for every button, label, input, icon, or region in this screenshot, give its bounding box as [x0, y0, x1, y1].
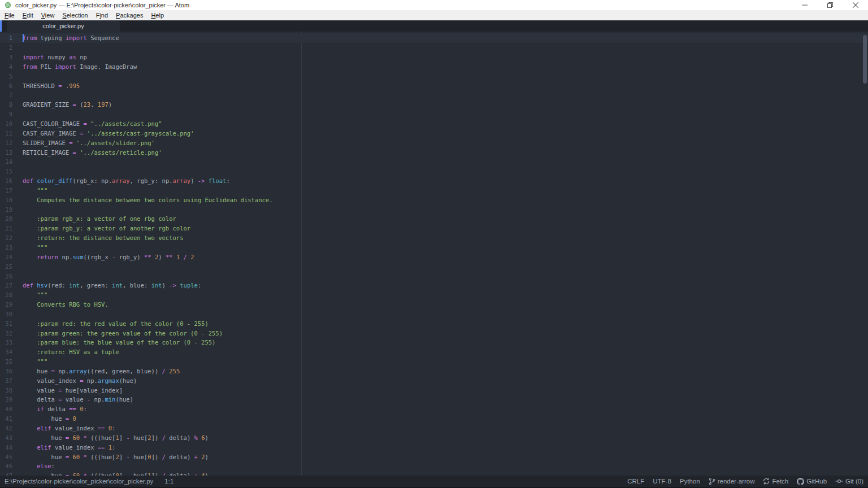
- menu-item-find[interactable]: Find: [92, 10, 112, 20]
- code-line[interactable]: 39 delta = value - np.min(hue): [0, 395, 868, 404]
- code-line[interactable]: 22 :return: the distance between two vec…: [0, 233, 868, 243]
- status-item-crlf[interactable]: CRLF: [627, 478, 644, 485]
- code-line[interactable]: 42 elif value_index == 0:: [0, 424, 868, 433]
- line-number: 6: [0, 82, 19, 89]
- line-number: 31: [0, 320, 19, 327]
- code-text: RETICLE_IMAGE = '../assets/reticle.png': [23, 149, 162, 156]
- code-text: :return: HSV as a tuple: [23, 348, 119, 355]
- code-line[interactable]: 15: [0, 167, 868, 176]
- line-number: 36: [0, 368, 19, 374]
- vertical-scrollbar-thumb[interactable]: [863, 35, 867, 84]
- menu-item-help[interactable]: Help: [147, 10, 168, 20]
- code-line[interactable]: 4from PIL import Image, ImageDraw: [0, 62, 868, 72]
- code-line[interactable]: 26: [0, 271, 868, 281]
- code-line[interactable]: 41 hue = 0: [0, 414, 868, 424]
- code-line[interactable]: 17 """: [0, 186, 868, 195]
- status-item-utf-8[interactable]: UTF-8: [653, 478, 671, 485]
- status-item-render-arrow[interactable]: render-arrow: [709, 478, 755, 485]
- line-number: 3: [0, 54, 19, 60]
- code-text: hue = np.array((red, green, blue)) / 255: [23, 368, 180, 374]
- code-line[interactable]: 21 :param rgb_y: a vector of another rgb…: [0, 224, 868, 233]
- code-line[interactable]: 19: [0, 204, 868, 214]
- line-number: 1: [0, 34, 19, 41]
- menu-item-file[interactable]: File: [1, 10, 19, 20]
- line-number: 9: [0, 111, 19, 117]
- code-text: CAST_GRAY_IMAGE = '../assets/cast-graysc…: [23, 130, 194, 137]
- cursor-position[interactable]: 1:1: [164, 478, 173, 485]
- menu-item-packages[interactable]: Packages: [112, 10, 147, 20]
- code-line[interactable]: 32 :param green: the green value of the …: [0, 328, 868, 338]
- code-line[interactable]: 2: [0, 43, 868, 53]
- code-line[interactable]: 30: [0, 309, 868, 319]
- code-line[interactable]: 46 else:: [0, 461, 868, 471]
- code-line[interactable]: 9: [0, 110, 868, 119]
- status-item-label: GitHub: [806, 478, 827, 485]
- line-number: 25: [0, 263, 19, 270]
- code-line[interactable]: 3import numpy as np: [0, 53, 868, 62]
- code-line[interactable]: 7: [0, 90, 868, 100]
- status-item-label: Python: [680, 478, 700, 485]
- git-branch-icon: [709, 478, 715, 485]
- status-item-github[interactable]: GitHub: [797, 478, 827, 485]
- code-line[interactable]: 12SLIDER_IMAGE = '../assets/slider.png': [0, 138, 868, 147]
- code-line[interactable]: 44 elif value_index == 1:: [0, 442, 868, 452]
- code-line[interactable]: 36 hue = np.array((red, green, blue)) / …: [0, 367, 868, 376]
- code-line[interactable]: 14: [0, 157, 868, 167]
- status-item-label: CRLF: [627, 478, 644, 485]
- code-line[interactable]: 34 :return: HSV as a tuple: [0, 347, 868, 357]
- code-line[interactable]: 6THRESHOLD = .995: [0, 81, 868, 90]
- code-text: """: [23, 187, 47, 194]
- line-number: 14: [0, 158, 19, 165]
- code-line[interactable]: 28 """: [0, 290, 868, 300]
- code-text: THRESHOLD = .995: [23, 82, 80, 89]
- code-line[interactable]: 1from typing import Sequence: [0, 33, 868, 43]
- line-number: 13: [0, 149, 19, 156]
- code-line[interactable]: 23 """: [0, 243, 868, 252]
- status-item-python[interactable]: Python: [680, 478, 700, 485]
- code-line[interactable]: 31 :param red: the red value of the colo…: [0, 319, 868, 328]
- code-text: :return: the distance between two vector…: [23, 234, 183, 241]
- code-line[interactable]: 29 Converts RBG to HSV.: [0, 300, 868, 310]
- code-line[interactable]: 24 return np.sum((rgb_x - rgb_y) ** 2) *…: [0, 252, 868, 262]
- menu-item-view[interactable]: View: [37, 10, 59, 20]
- editor-pane[interactable]: 1from typing import Sequence23import num…: [0, 32, 868, 476]
- code-line[interactable]: 10CAST_COLOR_IMAGE = "../assets/cast.png…: [0, 119, 868, 129]
- status-item-label: Git (0): [845, 478, 863, 485]
- code-line[interactable]: 47 hue = 60 * (((hue[0] - hue[1]) / delt…: [0, 471, 868, 476]
- code-line[interactable]: 20 :param rgb_x: a vector of one rbg col…: [0, 214, 868, 224]
- code-text: def color_diff(rgb_x: np.array, rgb_y: n…: [23, 177, 230, 184]
- tab-color-picker-py[interactable]: color_picker.py: [7, 20, 120, 32]
- status-item-git-0[interactable]: Git (0): [835, 478, 863, 485]
- code-line[interactable]: 35 """: [0, 357, 868, 367]
- status-item-fetch[interactable]: Fetch: [763, 478, 788, 485]
- code-line[interactable]: 27def hsv(red: int, green: int, blue: in…: [0, 281, 868, 290]
- titlebar: color_picker.py — E:\Projects\color-pick…: [0, 0, 868, 10]
- code-line[interactable]: 45 hue = 60 * (((hue[2] - hue[0]) / delt…: [0, 452, 868, 461]
- code-line[interactable]: 38 value = hue[value_index]: [0, 385, 868, 395]
- code-line[interactable]: 25: [0, 262, 868, 271]
- code-line[interactable]: 13RETICLE_IMAGE = '../assets/reticle.png…: [0, 147, 868, 157]
- menu-item-selection[interactable]: Selection: [58, 10, 92, 20]
- code-text: :param blue: the blue value of the color…: [23, 339, 215, 346]
- line-number: 17: [0, 187, 19, 194]
- menu-item-edit[interactable]: Edit: [19, 10, 37, 20]
- code-text: :param rgb_y: a vector of another rgb co…: [23, 225, 190, 232]
- code-line[interactable]: 5: [0, 71, 868, 81]
- line-number: 24: [0, 254, 19, 260]
- code-line[interactable]: 43 hue = 60 * (((hue[1] - hue[2]) / delt…: [0, 433, 868, 442]
- code-text: hue = 60 * (((hue[1] - hue[2]) / delta) …: [23, 434, 209, 441]
- code-line[interactable]: 40 if delta == 0:: [0, 404, 868, 414]
- code-line[interactable]: 37 value_index = np.argmax(hue): [0, 376, 868, 385]
- minimize-button[interactable]: [792, 0, 817, 10]
- code-line[interactable]: 16def color_diff(rgb_x: np.array, rgb_y:…: [0, 176, 868, 186]
- code-text: from PIL import Image, ImageDraw: [23, 63, 137, 70]
- code-line[interactable]: 33 :param blue: the blue value of the co…: [0, 338, 868, 347]
- code-line[interactable]: 18 Computes the distance between two col…: [0, 195, 868, 204]
- code-line[interactable]: 11CAST_GRAY_IMAGE = '../assets/cast-gray…: [0, 128, 868, 138]
- code-line[interactable]: 8GRADIENT_SIZE = (23, 197): [0, 100, 868, 110]
- code-text: """: [23, 244, 47, 251]
- line-number: 29: [0, 301, 19, 308]
- restore-button[interactable]: [817, 0, 843, 10]
- code-text: :param green: the green value of the col…: [23, 330, 223, 337]
- close-button[interactable]: [843, 0, 868, 10]
